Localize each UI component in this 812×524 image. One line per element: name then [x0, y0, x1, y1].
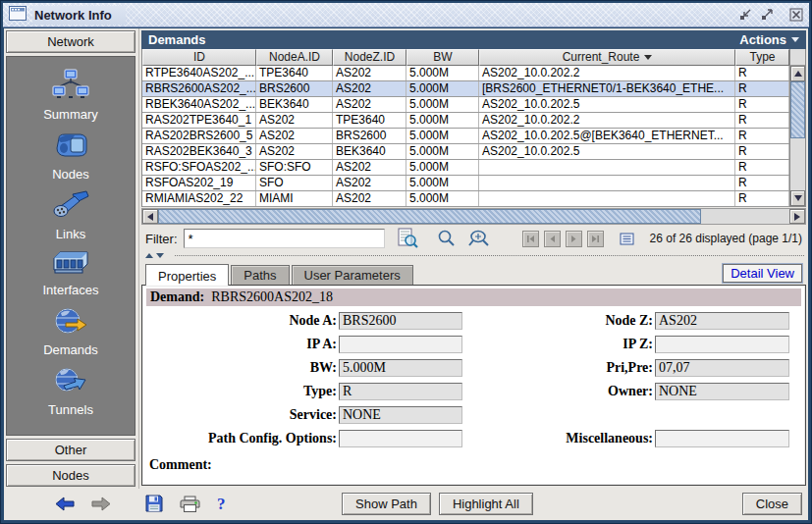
back-icon[interactable] [55, 497, 75, 511]
column-header-bw[interactable]: BW [406, 49, 479, 66]
vertical-scroll-track[interactable] [790, 81, 805, 190]
ip-z-field[interactable] [655, 336, 789, 353]
show-path-button[interactable]: Show Path [342, 493, 431, 515]
save-icon[interactable] [145, 495, 163, 512]
sidebar-item-tunnels[interactable]: Tunnels [48, 366, 93, 417]
owner-field[interactable]: NONE [655, 383, 789, 400]
sidebar-item-nodes[interactable]: Nodes [51, 131, 90, 182]
sidebar-item-summary[interactable]: Summary [43, 69, 98, 122]
close-button[interactable]: Close [742, 493, 802, 515]
cell-bw: 5.000M [406, 81, 479, 96]
scroll-up-button[interactable] [790, 66, 805, 81]
table-row[interactable]: RSFOAS202_19 SFO AS202 5.000M R [142, 176, 789, 191]
table-row[interactable]: RAS202BRS2600_5 AS202 BRS2600 5.000M AS2… [142, 129, 789, 144]
summary-network-icon [51, 69, 90, 104]
split-pane-divider[interactable] [141, 252, 806, 261]
bw-label: BW: [146, 360, 339, 376]
close-icon[interactable] [788, 8, 803, 23]
tab-paths[interactable]: Paths [231, 265, 289, 285]
column-header-route[interactable]: Current_Route [479, 49, 735, 66]
node-a-field[interactable]: BRS2600 [339, 312, 462, 330]
other-button[interactable]: Other [6, 439, 135, 461]
search-page-icon[interactable] [467, 229, 491, 248]
main-panel: Demands Actions ID NodeA.ID NodeZ.ID BW [139, 28, 808, 489]
titlebar[interactable]: Network Info [3, 3, 809, 27]
tab-user-parameters[interactable]: User Parameters [292, 265, 413, 285]
vertical-scrollbar[interactable] [789, 49, 805, 206]
table-row[interactable]: RTPE3640AS202_... TPE3640 AS202 5.000M A… [142, 66, 789, 81]
cell-route: [BRS2600_ETHERNET0/1-BEK3640_ETHE... [479, 81, 735, 96]
network-button[interactable]: Network [6, 30, 135, 53]
cell-id: RSFO:SFOAS202_... [142, 160, 256, 175]
cell-nodez: AS202 [333, 66, 406, 80]
node-z-label: Node Z: [462, 313, 655, 329]
table-row[interactable]: RAS202BEK3640_3 AS202 BEK3640 5.000M AS2… [142, 144, 789, 160]
tunnel-globe-icon [52, 366, 89, 399]
sort-descending-icon [644, 55, 652, 60]
filter-preview-icon[interactable] [397, 228, 418, 249]
detail-view-button[interactable]: Detail View [723, 264, 802, 283]
table-row[interactable]: RSFO:SFOAS202_... SFO:SFO AS202 5.000M R [142, 160, 789, 176]
vertical-scroll-thumb[interactable] [790, 81, 805, 138]
page-size-icon[interactable] [620, 233, 634, 245]
miscellaneous-field[interactable] [655, 430, 789, 447]
table-row[interactable]: RMIAMIAS202_22 MIAMI AS202 5.000M R [142, 191, 789, 207]
demand-title-bar: Demand: RBRS2600AS202_18 [146, 288, 801, 306]
path-config-field[interactable] [339, 430, 462, 447]
app-body: Network Summary [4, 28, 808, 520]
sidebar-item-interfaces[interactable]: Interfaces [42, 250, 98, 297]
highlight-all-button[interactable]: Highlight All [439, 493, 533, 515]
last-page-button[interactable] [587, 231, 604, 247]
print-icon[interactable] [180, 496, 200, 512]
nodes-button[interactable]: Nodes [6, 464, 135, 487]
maximize-icon[interactable] [759, 8, 774, 23]
table-row[interactable]: RBEK3640AS202_... BEK3640 AS202 5.000M A… [142, 97, 789, 113]
column-header-type[interactable]: Type [735, 49, 789, 66]
node-z-field[interactable]: AS202 [655, 312, 789, 330]
bw-field[interactable]: 5.000M [339, 359, 462, 377]
prev-page-button[interactable] [544, 231, 561, 247]
cell-nodea: SFO:SFO [256, 160, 333, 175]
ip-a-field[interactable] [339, 336, 462, 353]
filter-input[interactable] [184, 229, 385, 248]
scroll-down-button[interactable] [790, 190, 805, 206]
forward-icon[interactable] [91, 497, 111, 511]
pri-pre-field[interactable]: 07,07 [655, 359, 789, 377]
sidebar-item-demands[interactable]: Demands [43, 306, 98, 357]
expand-up-icon[interactable] [145, 253, 153, 258]
triangle-right-icon [794, 213, 800, 221]
column-header-nodez[interactable]: NodeZ.ID [333, 49, 406, 66]
next-page-button[interactable] [566, 231, 582, 247]
cell-route [479, 176, 735, 190]
cell-route [479, 160, 735, 175]
cell-type: R [735, 191, 789, 206]
scroll-left-button[interactable] [142, 209, 158, 224]
service-field[interactable]: NONE [339, 406, 462, 424]
divider-dots [175, 255, 804, 256]
type-field[interactable]: R [339, 383, 462, 400]
horizontal-scroll-thumb[interactable] [158, 209, 701, 224]
first-page-button[interactable] [522, 231, 539, 247]
actions-menu-button[interactable]: Actions [739, 32, 799, 47]
owner-label: Owner: [462, 384, 655, 399]
horizontal-scrollbar[interactable] [141, 208, 806, 225]
help-icon[interactable]: ? [217, 496, 226, 512]
cell-nodea: AS202 [256, 129, 333, 143]
sidebar-item-label: Links [56, 227, 85, 241]
scroll-right-button[interactable] [789, 209, 805, 224]
table-row[interactable]: RAS202TPE3640_1 AS202 TPE3640 5.000M AS2… [142, 113, 789, 129]
cell-bw: 5.000M [406, 97, 479, 112]
horizontal-scroll-track[interactable] [158, 209, 789, 224]
search-icon[interactable] [436, 229, 456, 248]
column-header-nodea[interactable]: NodeA.ID [256, 49, 333, 66]
table-row-selected[interactable]: RBRS2600AS202_... BRS2600 AS202 5.000M [… [142, 81, 789, 97]
tab-properties[interactable]: Properties [145, 264, 229, 286]
cell-id: RBEK3640AS202_... [142, 97, 256, 112]
sidebar-item-links[interactable]: Links [51, 190, 90, 241]
column-header-id[interactable]: ID [142, 49, 256, 66]
cell-type: R [735, 129, 789, 143]
expand-down-icon[interactable] [156, 253, 164, 258]
cell-type: R [735, 97, 789, 112]
restore-icon[interactable] [737, 8, 752, 23]
cell-nodea: TPE3640 [256, 66, 333, 80]
